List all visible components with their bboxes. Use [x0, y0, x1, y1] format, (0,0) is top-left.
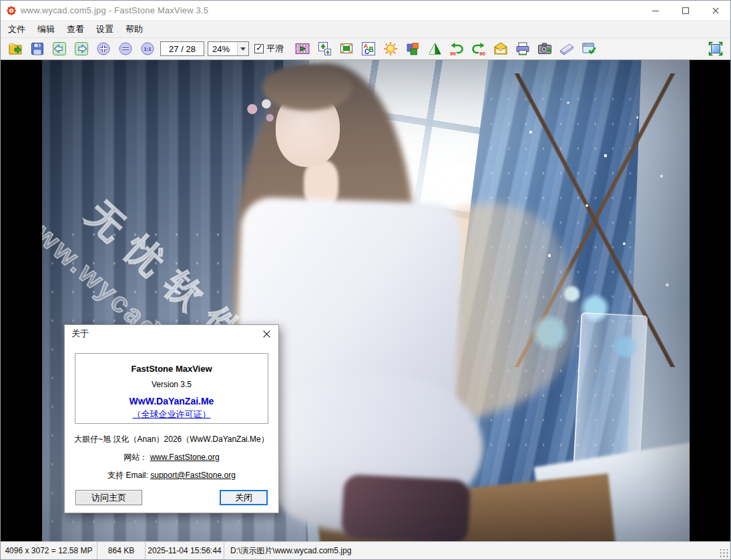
email-icon — [493, 41, 509, 57]
title-bar: www.wycad.com5.jpg - FastStone MaxView 3… — [1, 1, 730, 21]
rotate-right-button[interactable]: 90 — [469, 39, 488, 58]
visit-homepage-button[interactable]: 访问主页 — [75, 490, 142, 505]
email-button[interactable] — [491, 39, 510, 58]
maximize-icon — [682, 7, 690, 15]
menu-file[interactable]: 文件 — [2, 21, 31, 38]
dialog-close-button[interactable] — [261, 328, 272, 339]
vendor-site-link[interactable]: WwW.DaYanZai.Me — [75, 396, 268, 406]
rotate-left-button[interactable]: 90 — [447, 39, 466, 58]
about-dialog: 关于 FastStone MaxView Version 3.5 WwW.DaY… — [64, 324, 279, 513]
annotate-button[interactable]: A C B — [359, 39, 378, 58]
app-logo-icon — [6, 5, 17, 16]
slideshow-button[interactable] — [293, 39, 312, 58]
image-counter-input[interactable] — [160, 41, 204, 56]
svg-text:B: B — [369, 46, 373, 53]
scanner-icon — [559, 41, 575, 57]
fullscreen-button[interactable] — [706, 39, 725, 58]
resize-icon — [316, 41, 332, 57]
next-image-button[interactable] — [72, 39, 91, 58]
status-dimensions: 4096 x 3072 = 12.58 MP — [1, 542, 97, 559]
open-button[interactable] — [6, 39, 25, 58]
slideshow-icon — [294, 41, 310, 57]
status-bar: 4096 x 3072 = 12.58 MP 864 KB 2025-11-04… — [1, 541, 730, 559]
close-button[interactable] — [700, 1, 730, 20]
print-button[interactable] — [513, 39, 532, 58]
resize-button[interactable] — [315, 39, 334, 58]
zoom-out-icon — [117, 41, 134, 57]
maximize-button[interactable] — [670, 1, 700, 20]
dropdown-arrow-icon[interactable] — [237, 42, 248, 55]
website-link[interactable]: www.FastStone.org — [150, 453, 220, 462]
settings-icon — [581, 41, 597, 57]
menu-help[interactable]: 帮助 — [119, 21, 149, 38]
close-icon — [262, 330, 271, 338]
window-title: www.wycad.com5.jpg - FastStone MaxView 3… — [21, 5, 208, 15]
menu-view[interactable]: 查看 — [61, 21, 90, 38]
annotate-icon: A C B — [360, 41, 377, 57]
colors-button[interactable] — [403, 39, 422, 58]
zoom-level-value: 24% — [208, 44, 237, 54]
save-button[interactable] — [28, 39, 47, 58]
rotate-right-badge: 90 — [479, 51, 485, 57]
toolbar: 1:1 24% 平滑 — [1, 38, 730, 60]
save-icon — [29, 41, 45, 57]
gamma-triangle-icon — [427, 41, 443, 57]
gamma-button[interactable] — [425, 39, 444, 58]
menu-edit[interactable]: 编辑 — [31, 21, 61, 38]
zoom-out-button[interactable] — [116, 39, 135, 58]
print-icon — [515, 41, 531, 57]
status-file-size: 864 KB — [97, 542, 146, 559]
translator-credit: 大眼仔~旭 汉化（Anan）2026（WwW.DaYanZai.Me） — [65, 434, 278, 445]
smooth-checkbox[interactable] — [254, 44, 264, 53]
menu-settings[interactable]: 设置 — [90, 21, 119, 38]
previous-arrow-icon — [51, 41, 67, 57]
scan-button[interactable] — [557, 39, 576, 58]
support-row: 支持 Email: support@FastStone.org — [65, 470, 278, 481]
actual-size-icon: 1:1 — [140, 41, 156, 57]
svg-text:1:1: 1:1 — [144, 46, 152, 52]
crop-icon — [338, 41, 354, 57]
brightness-button[interactable] — [381, 39, 400, 58]
website-label: 网站： — [124, 453, 148, 462]
minimize-button[interactable] — [640, 1, 670, 20]
smooth-checkbox-label: 平滑 — [266, 43, 284, 55]
status-datetime: 2025-11-04 15:56:44 — [146, 542, 224, 559]
support-label: 支持 Email: — [107, 471, 148, 480]
app-version: Version 3.5 — [75, 380, 268, 389]
fullscreen-icon — [708, 41, 724, 57]
resize-grip[interactable] — [720, 549, 729, 558]
open-folder-icon — [7, 41, 23, 57]
rotate-left-badge: 90 — [450, 51, 456, 57]
close-dialog-button[interactable]: 关闭 — [220, 490, 268, 505]
support-email-link[interactable]: support@FastStone.org — [150, 471, 236, 480]
crop-button[interactable] — [337, 39, 356, 58]
app-window: www.wycad.com5.jpg - FastStone MaxView 3… — [0, 0, 731, 560]
camera-capture-icon — [537, 41, 553, 57]
next-arrow-icon — [73, 41, 89, 57]
menu-bar: 文件 编辑 查看 设置 帮助 — [1, 21, 730, 38]
colors-icon — [405, 41, 421, 57]
dialog-buttons: 访问主页 关闭 — [65, 481, 278, 505]
app-name: FastStone MaxView — [75, 364, 268, 374]
close-icon — [712, 7, 720, 15]
brightness-sun-icon — [383, 41, 399, 57]
minimize-icon — [652, 7, 660, 15]
dialog-title-bar: 关于 — [65, 325, 278, 342]
settings-button[interactable] — [579, 39, 598, 58]
about-info-box: FastStone MaxView Version 3.5 WwW.DaYanZ… — [75, 353, 268, 424]
dialog-title: 关于 — [71, 328, 89, 340]
zoom-in-icon — [95, 41, 111, 57]
zoom-level-select[interactable]: 24% — [208, 41, 249, 56]
status-file-path: D:\演示图片\www.wycad.com5.jpg — [224, 542, 730, 559]
previous-image-button[interactable] — [50, 39, 69, 58]
screen-capture-button[interactable] — [535, 39, 554, 58]
smooth-checkbox-group: 平滑 — [254, 43, 284, 55]
zoom-in-button[interactable] — [94, 39, 113, 58]
license-link[interactable]: （全球企业许可证） — [75, 408, 268, 421]
website-row: 网站： www.FastStone.org — [65, 452, 278, 463]
actual-size-button[interactable]: 1:1 — [138, 39, 157, 58]
